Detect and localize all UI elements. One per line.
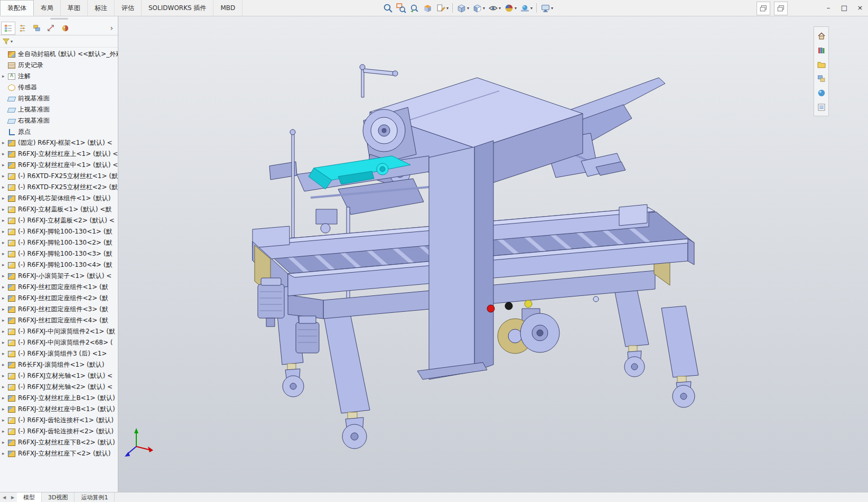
tree-item[interactable]: R6FXJ-立材丝杠座下<2> (默认) xyxy=(0,448,118,459)
tree-item[interactable]: (-) R6FXJ-立材盖板<2> (默认) < xyxy=(0,215,118,226)
zoom-to-area-button[interactable] xyxy=(395,2,408,14)
ribbon-tab[interactable]: 草图 xyxy=(61,0,88,16)
tree-item[interactable]: 注解 xyxy=(0,71,118,82)
previous-view-button[interactable] xyxy=(408,2,421,14)
expand-arrow[interactable] xyxy=(2,141,8,145)
edit-appearance-button[interactable]: ▾ xyxy=(502,2,518,14)
configurationmanager-tab[interactable] xyxy=(30,22,44,35)
filter-icon[interactable] xyxy=(2,38,10,45)
expand-arrow[interactable] xyxy=(2,385,8,389)
tree-item[interactable]: (-) R6FXJ立材光轴<1> (默认) < xyxy=(0,370,118,382)
design-library-button[interactable] xyxy=(815,44,827,56)
appearances-scenes-button[interactable] xyxy=(815,87,827,99)
expand-arrow[interactable] xyxy=(2,74,8,79)
tree-item[interactable]: R6FXJ-立材丝杠座上B<1> (默认) xyxy=(0,393,118,404)
expand-arrow[interactable] xyxy=(2,174,8,179)
bottom-tab[interactable]: 3D视图 xyxy=(42,492,74,502)
ribbon-tab[interactable]: 评估 xyxy=(115,0,142,16)
view-palette-button[interactable] xyxy=(815,72,827,85)
minimize-button[interactable]: – xyxy=(820,0,836,15)
tree-item[interactable]: 历史记录 xyxy=(0,60,118,71)
expand-arrow[interactable] xyxy=(2,351,8,356)
tab-scroll-button[interactable]: ▶ xyxy=(8,492,17,502)
expand-arrow[interactable] xyxy=(2,307,8,312)
yellow-button[interactable] xyxy=(525,300,532,308)
section-view-button[interactable] xyxy=(421,2,434,14)
tree-item[interactable]: (-) R6XTD-FX25立材丝杠<1> (默 xyxy=(0,171,118,182)
close-button[interactable]: × xyxy=(852,0,868,15)
tree-item[interactable]: (-) R6FXJ-滚筒组件3 (后) <1> xyxy=(0,348,118,359)
featuremanager-tree-tab[interactable] xyxy=(1,22,15,35)
tree-item[interactable]: 右视基准面 xyxy=(0,115,118,126)
tree-item[interactable]: 原点 xyxy=(0,126,118,137)
tree-item[interactable]: R6FXJ-立材丝杠座下B<2> (默认) xyxy=(0,437,118,448)
propertymanager-tab[interactable] xyxy=(15,22,30,35)
graphics-viewport[interactable] xyxy=(0,16,868,492)
custom-properties-button[interactable] xyxy=(815,101,827,113)
expand-arrow[interactable] xyxy=(2,252,8,256)
ribbon-tab[interactable]: MBD xyxy=(213,0,242,16)
ribbon-tab[interactable]: SOLIDWORKS 插件 xyxy=(142,0,213,16)
tree-item[interactable]: R6FXJ-立材丝杠座中<1> (默认) < xyxy=(0,160,118,171)
dropdown-caret[interactable]: ▾ xyxy=(483,6,485,11)
ribbon-tab[interactable]: 装配体 xyxy=(0,0,34,16)
dropdown-caret[interactable]: ▾ xyxy=(467,6,469,11)
dropdown-caret[interactable]: ▾ xyxy=(551,6,553,11)
tree-item[interactable]: (-) R6FXJ-齿轮连接杆<1> (默认) xyxy=(0,415,118,426)
tree-item[interactable]: (-) R6FXJ-中间滚筒组件2<68> ( xyxy=(0,337,118,348)
hide-show-items-button[interactable]: ▾ xyxy=(487,2,502,14)
filter-dropdown-caret[interactable]: ▾ xyxy=(11,39,13,44)
black-button[interactable] xyxy=(505,302,512,310)
tree-item[interactable]: R6FXJ-丝杠固定座组件<1> (默 xyxy=(0,282,118,293)
gear-motor[interactable] xyxy=(258,284,284,318)
dimxpertmanager-tab[interactable] xyxy=(44,22,58,35)
expand-arrow[interactable] xyxy=(2,451,8,456)
tree-item[interactable]: R6FXJ-立材盖板<1> (默认) <默 xyxy=(0,204,118,215)
bottom-tab[interactable]: 模型 xyxy=(17,492,42,502)
tree-root-item[interactable]: 全自动封箱机 (默认) <<默认>_外观 xyxy=(0,49,118,60)
tree-item[interactable]: (-) R6FXJ-脚轮100-130<3> (默 xyxy=(0,248,118,259)
zoom-to-fit-button[interactable] xyxy=(381,2,395,14)
expand-arrow[interactable] xyxy=(2,418,8,423)
tree-item[interactable]: R6长FXJ-滚筒组件<1> (默认) xyxy=(0,359,118,370)
expand-arrow[interactable] xyxy=(2,218,8,223)
tree-item[interactable]: R6FXJ-立材丝杠座中B<1> (默认) xyxy=(0,404,118,415)
tree-item[interactable]: R6FXJ-丝杠固定座组件<4> (默 xyxy=(0,315,118,326)
expand-arrow[interactable] xyxy=(2,196,8,201)
expand-arrow[interactable] xyxy=(2,318,8,323)
ribbon-tab[interactable]: 布局 xyxy=(34,0,61,16)
panel-splitter[interactable] xyxy=(0,16,118,21)
expand-arrow[interactable] xyxy=(2,407,8,412)
expand-arrow[interactable] xyxy=(2,285,8,290)
tree-item[interactable]: (-) R6FXJ-脚轮100-130<1> (默 xyxy=(0,226,118,237)
apply-scene-button[interactable]: ▾ xyxy=(518,2,534,14)
expand-arrow[interactable] xyxy=(2,240,8,245)
expand-arrow[interactable] xyxy=(2,229,8,234)
expand-arrow[interactable] xyxy=(2,362,8,367)
expand-arrow[interactable] xyxy=(2,429,8,434)
tab-scroll-button[interactable]: ◀ xyxy=(0,492,8,502)
expand-arrow[interactable] xyxy=(2,396,8,401)
new-doc-window-button[interactable] xyxy=(774,2,788,15)
dropdown-caret[interactable]: ▾ xyxy=(499,6,501,11)
tree-item[interactable]: R6FXJ-机芯架体组件<1> (默认) xyxy=(0,193,118,204)
maximize-button[interactable]: □ xyxy=(836,0,852,15)
gear-motor[interactable] xyxy=(296,322,319,353)
tree-item[interactable]: R6FXJ-小滚筒架子<1> (默认) < xyxy=(0,271,118,282)
red-stop-button[interactable] xyxy=(487,305,494,312)
expand-arrow[interactable] xyxy=(2,263,8,267)
tree-item[interactable]: (-) R6FXJ-中间滚筒组件2<1> (默 xyxy=(0,326,118,337)
tree-item[interactable]: (-) R6XTD-FX25立材丝杠<2> (默 xyxy=(0,182,118,193)
tree-item[interactable]: 上视基准面 xyxy=(0,104,118,115)
panel-expand-button[interactable]: › xyxy=(106,24,117,32)
tree-item[interactable]: (固定) R6FXJ-框架<1> (默认) < xyxy=(0,137,118,148)
display-style-button[interactable]: ▾ xyxy=(471,2,487,14)
expand-arrow[interactable] xyxy=(2,185,8,190)
tree-item[interactable]: (-) R6FXJ-脚轮100-130<2> (默 xyxy=(0,237,118,248)
expand-arrow[interactable] xyxy=(2,374,8,378)
displaymanager-tab[interactable] xyxy=(58,22,72,35)
center-column[interactable] xyxy=(429,147,474,379)
tree-item[interactable]: 前视基准面 xyxy=(0,93,118,104)
expand-arrow[interactable] xyxy=(2,329,8,334)
tree-item[interactable]: (-) R6FXJ-脚轮100-130<4> (默 xyxy=(0,259,118,271)
